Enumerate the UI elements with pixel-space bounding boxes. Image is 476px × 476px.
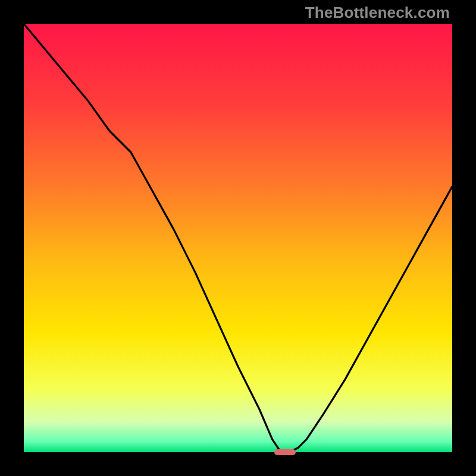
watermark-text: TheBottleneck.com bbox=[305, 4, 450, 22]
optimal-marker bbox=[274, 449, 296, 456]
bottleneck-curve bbox=[24, 24, 452, 452]
plot-area bbox=[24, 24, 452, 452]
chart-frame: TheBottleneck.com bbox=[0, 0, 476, 476]
